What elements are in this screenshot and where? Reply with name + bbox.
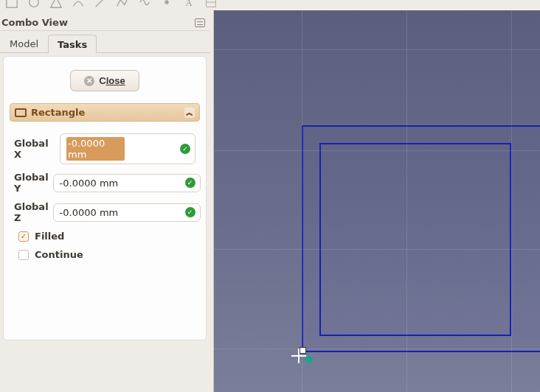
toolbar-icon[interactable] — [71, 0, 86, 9]
row-global-z: Global Z ✓ — [14, 201, 195, 223]
check-row-filled[interactable]: ✓ Filled — [14, 231, 195, 242]
grid-line-h — [214, 150, 540, 151]
close-row: ✕ Close — [10, 70, 200, 91]
valid-icon: ✓ — [180, 144, 190, 154]
toolbar-icon[interactable] — [49, 0, 63, 9]
draft-rectangle-inner[interactable] — [319, 143, 511, 336]
combo-view-header: Combo View — [0, 15, 210, 31]
toolbar-icon[interactable] — [93, 0, 108, 9]
toolbar-text-a-icon[interactable]: A — [181, 0, 196, 9]
svg-line-2 — [96, 0, 105, 7]
row-global-y: Global Y ✓ — [14, 172, 195, 194]
toolbar-icon[interactable] — [159, 0, 174, 9]
grid-line-v — [302, 10, 302, 392]
label-global-y: Global Y — [14, 172, 49, 194]
input-global-z[interactable] — [60, 207, 185, 218]
viewport-3d[interactable] — [213, 10, 540, 392]
combo-view-title: Combo View — [1, 17, 68, 28]
input-wrap-global-x[interactable]: -0.0000 mm ✓ — [60, 133, 195, 164]
close-x-icon: ✕ — [84, 76, 94, 86]
section-title: Rectangle — [31, 107, 85, 118]
svg-rect-5 — [207, 0, 216, 7]
label-global-x: Global X — [14, 138, 55, 160]
toolbar-icon[interactable] — [137, 0, 152, 9]
checkbox-continue[interactable] — [18, 250, 29, 260]
close-button[interactable]: ✕ Close — [70, 70, 139, 91]
toolbar-icon[interactable] — [4, 0, 19, 9]
toolbar-icon[interactable] — [115, 0, 130, 9]
svg-point-1 — [30, 0, 39, 7]
input-wrap-global-z[interactable]: ✓ — [53, 203, 201, 222]
check-row-continue[interactable]: Continue — [14, 249, 195, 260]
grid-line-h — [214, 49, 540, 50]
valid-icon: ✓ — [185, 178, 195, 188]
svg-rect-0 — [7, 0, 17, 7]
checkbox-filled[interactable]: ✓ — [18, 231, 29, 242]
svg-point-3 — [165, 0, 168, 4]
input-wrap-global-y[interactable]: ✓ — [53, 174, 201, 192]
close-label: Close — [99, 75, 125, 86]
section-rectangle-header[interactable]: Rectangle ︽ — [10, 103, 200, 122]
rectangle-form: Global X -0.0000 mm ✓ Global Y ✓ Global … — [10, 129, 200, 262]
label-filled: Filled — [35, 231, 64, 242]
tab-tasks[interactable]: Tasks — [48, 35, 97, 53]
input-global-y[interactable] — [60, 178, 185, 189]
toolbar-icon[interactable] — [204, 0, 218, 9]
collapse-chevron-icon[interactable]: ︽ — [184, 108, 195, 118]
tab-model[interactable]: Model — [0, 34, 48, 52]
toolbar-icon[interactable] — [27, 0, 41, 9]
panel-menu-icon[interactable] — [195, 18, 205, 27]
rectangle-icon — [15, 108, 27, 117]
label-global-z: Global Z — [14, 201, 49, 223]
label-continue: Continue — [35, 249, 83, 260]
grid-line-h — [214, 249, 540, 250]
grid-line-v — [406, 10, 407, 392]
grid-line-v — [511, 10, 512, 392]
svg-text:A: A — [185, 0, 192, 8]
input-global-x[interactable]: -0.0000 mm — [66, 137, 125, 161]
snap-target-icon — [304, 354, 314, 365]
row-global-x: Global X -0.0000 mm ✓ — [14, 133, 195, 164]
tab-bar: Model Tasks — [0, 32, 210, 53]
grid-line-h — [214, 349, 540, 349]
toolbar: A — [0, 0, 540, 9]
task-panel: ✕ Close Rectangle ︽ Global X -0.0000 mm … — [3, 56, 207, 340]
valid-icon: ✓ — [185, 207, 195, 217]
